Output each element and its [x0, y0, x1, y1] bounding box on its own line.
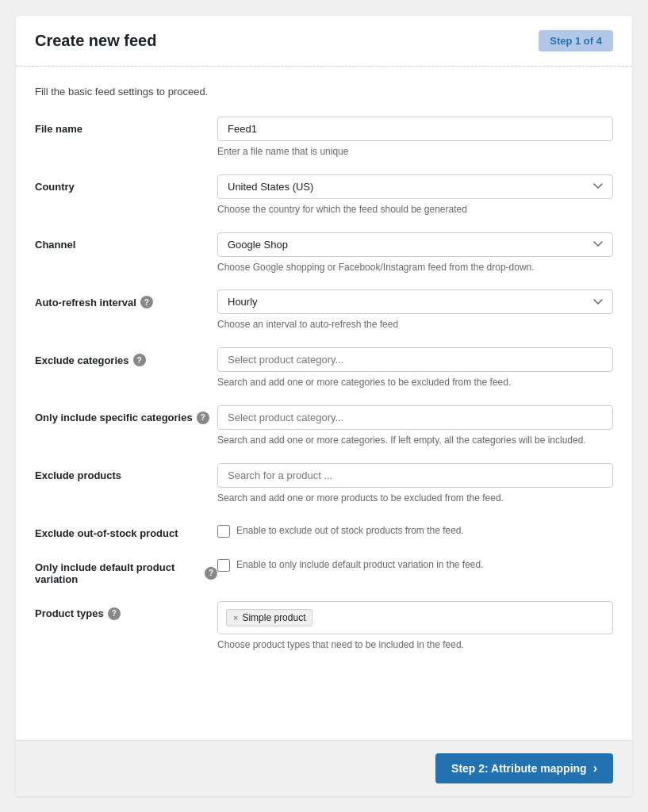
default-variation-hint: Enable to only include default product v…: [236, 558, 484, 572]
exclude-categories-label: Exclude categories ?: [35, 347, 217, 366]
product-types-field[interactable]: × Simple product: [217, 601, 613, 634]
product-types-row: Product types ? × Simple product Choose …: [35, 601, 613, 652]
default-variation-checkbox-wrap: Enable to only include default product v…: [217, 555, 613, 572]
channel-select[interactable]: Google Shop Facebook/Instagram: [217, 232, 613, 257]
include-categories-input[interactable]: [217, 405, 613, 430]
default-variation-wrap: Enable to only include default product v…: [217, 555, 613, 572]
default-variation-row: Only include default product variation ?…: [35, 555, 613, 585]
country-select[interactable]: United States (US) United Kingdom (UK) C…: [217, 174, 613, 199]
include-categories-label: Only include specific categories ?: [35, 405, 217, 424]
exclude-categories-help-icon[interactable]: ?: [133, 354, 146, 366]
country-row: Country United States (US) United Kingdo…: [35, 174, 613, 216]
exclude-products-hint: Search and add one or more products to b…: [217, 492, 613, 505]
exclude-out-of-stock-wrap: Enable to exclude out of stock products …: [217, 521, 613, 538]
product-types-help-icon[interactable]: ?: [108, 607, 121, 620]
next-step-label: Step 2: Attribute mapping: [451, 762, 587, 775]
channel-hint: Choose Google shopping or Facebook/Insta…: [217, 261, 613, 274]
exclude-out-of-stock-hint: Enable to exclude out of stock products …: [236, 524, 464, 538]
country-hint: Choose the country for which the feed sh…: [217, 203, 613, 216]
auto-refresh-select-wrapper: Hourly Daily Weekly: [217, 289, 613, 314]
file-name-wrap: Enter a file name that is unique: [217, 117, 613, 159]
channel-select-wrapper: Google Shop Facebook/Instagram: [217, 232, 613, 257]
auto-refresh-help-icon[interactable]: ?: [140, 296, 153, 308]
product-types-wrap: × Simple product Choose product types th…: [217, 601, 613, 652]
channel-wrap: Google Shop Facebook/Instagram Choose Go…: [217, 232, 613, 274]
chevron-right-icon: ›: [593, 761, 597, 776]
default-variation-help-icon[interactable]: ?: [205, 567, 217, 580]
exclude-categories-hint: Search and add one or more categories to…: [217, 376, 613, 389]
product-types-hint: Choose product types that need to be inc…: [217, 638, 613, 652]
exclude-products-row: Exclude products Search and add one or m…: [35, 463, 613, 505]
default-variation-checkbox[interactable]: [217, 559, 230, 572]
include-categories-row: Only include specific categories ? Searc…: [35, 405, 613, 447]
channel-row: Channel Google Shop Facebook/Instagram C…: [35, 232, 613, 274]
include-categories-wrap: Search and add one or more categories. I…: [217, 405, 613, 447]
next-step-button[interactable]: Step 2: Attribute mapping ›: [435, 753, 613, 783]
auto-refresh-label: Auto-refresh interval ?: [35, 289, 217, 308]
exclude-out-of-stock-checkbox[interactable]: [217, 525, 230, 538]
exclude-categories-input[interactable]: [217, 347, 613, 372]
include-categories-hint: Search and add one or more categories. I…: [217, 434, 613, 447]
exclude-out-of-stock-label: Exclude out-of-stock product: [35, 521, 217, 539]
exclude-categories-row: Exclude categories ? Search and add one …: [35, 347, 613, 389]
exclude-products-label: Exclude products: [35, 463, 217, 481]
country-label: Country: [35, 174, 217, 193]
exclude-categories-wrap: Search and add one or more categories to…: [217, 347, 613, 389]
exclude-products-wrap: Search and add one or more products to b…: [217, 463, 613, 505]
exclude-out-of-stock-checkbox-wrap: Enable to exclude out of stock products …: [217, 521, 613, 538]
default-variation-label: Only include default product variation ?: [35, 555, 217, 585]
form-subtitle: Fill the basic feed settings to proceed.: [35, 86, 613, 98]
file-name-hint: Enter a file name that is unique: [217, 145, 613, 159]
remove-tag-icon[interactable]: ×: [233, 613, 238, 622]
file-name-row: File name Enter a file name that is uniq…: [35, 117, 613, 159]
page-title: Create new feed: [35, 32, 156, 50]
country-wrap: United States (US) United Kingdom (UK) C…: [217, 174, 613, 216]
channel-label: Channel: [35, 232, 217, 251]
file-name-label: File name: [35, 117, 217, 135]
step-badge: Step 1 of 4: [539, 30, 613, 52]
auto-refresh-row: Auto-refresh interval ? Hourly Daily Wee…: [35, 289, 613, 331]
exclude-products-input[interactable]: [217, 463, 613, 488]
product-type-tag: × Simple product: [226, 609, 312, 626]
file-name-input[interactable]: [217, 117, 613, 141]
auto-refresh-wrap: Hourly Daily Weekly Choose an interval t…: [217, 289, 613, 331]
country-select-wrapper: United States (US) United Kingdom (UK) C…: [217, 174, 613, 199]
product-type-tag-label: Simple product: [242, 612, 305, 623]
card-footer: Step 2: Attribute mapping ›: [16, 740, 632, 796]
include-categories-help-icon[interactable]: ?: [197, 412, 209, 424]
auto-refresh-hint: Choose an interval to auto-refresh the f…: [217, 318, 613, 331]
product-types-label: Product types ?: [35, 601, 217, 620]
auto-refresh-select[interactable]: Hourly Daily Weekly: [217, 289, 613, 314]
exclude-out-of-stock-row: Exclude out-of-stock product Enable to e…: [35, 521, 613, 539]
